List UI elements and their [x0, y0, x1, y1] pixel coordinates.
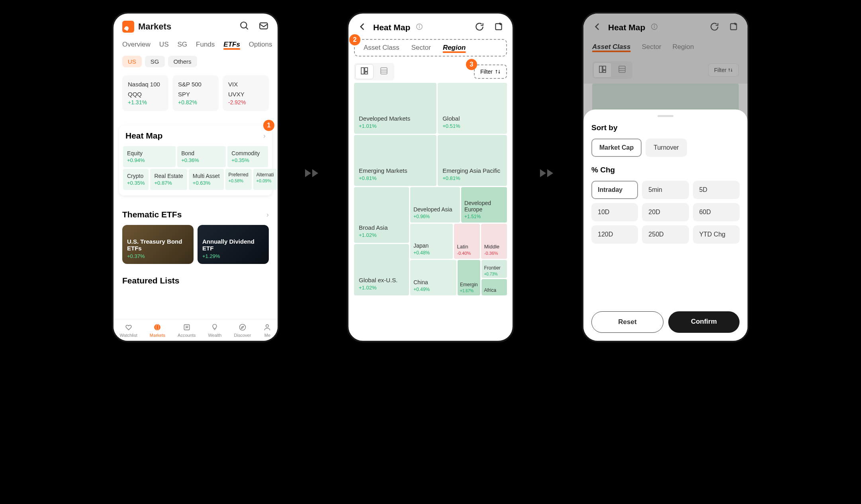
chg-250d[interactable]: 250D — [642, 225, 689, 244]
region-chips: US SG Others — [113, 53, 278, 70]
page-title: Heat Map — [373, 23, 410, 32]
tab-overview[interactable]: Overview — [122, 41, 151, 49]
nav-markets[interactable]: Markets — [150, 323, 165, 338]
app-logo-icon — [122, 21, 134, 33]
nav-watchlist[interactable]: Watchlist — [120, 323, 137, 338]
chg-5min[interactable]: 5min — [642, 181, 689, 199]
page-title: Markets — [138, 21, 171, 32]
refresh-icon[interactable] — [474, 21, 485, 33]
chg-5d[interactable]: 5D — [693, 181, 740, 199]
svg-point-3 — [155, 324, 160, 330]
heatmap-cell[interactable]: Equity +0.94% — [123, 146, 176, 167]
chg-ytd[interactable]: YTD Chg — [693, 225, 740, 244]
treemap-cell[interactable]: Emerging Asia Pacific +0.81% — [438, 135, 507, 186]
svg-rect-2 — [260, 23, 268, 29]
index-ticker: QQQ — [128, 91, 163, 98]
nav-wealth[interactable]: Wealth — [208, 323, 221, 338]
thematic-header[interactable]: Thematic ETFs › — [113, 201, 278, 225]
index-change: +1.31% — [128, 99, 163, 105]
tab-us[interactable]: US — [159, 41, 169, 49]
heatmap-cell[interactable]: Bond +0.36% — [177, 146, 226, 167]
chip-us[interactable]: US — [122, 56, 142, 67]
treemap-cell[interactable]: Developed Markets +1.01% — [354, 83, 436, 134]
search-icon[interactable] — [239, 21, 250, 33]
treemap-cell[interactable]: Developed Asia +0.96% — [410, 187, 460, 223]
treemap-cell[interactable]: China +0.49% — [410, 260, 456, 295]
share-icon[interactable] — [493, 21, 504, 33]
chevron-right-icon: › — [263, 132, 266, 140]
treemap-cell[interactable]: Latin -0.40% — [454, 224, 480, 259]
svg-rect-14 — [365, 72, 368, 74]
svg-rect-12 — [361, 68, 364, 74]
svg-line-1 — [246, 27, 248, 29]
chip-others[interactable]: Others — [168, 56, 197, 67]
heatmap-cell[interactable]: Crypto +0.35% — [123, 169, 149, 190]
sheet-drag-handle[interactable] — [657, 115, 673, 117]
heatmap-cell[interactable]: Preferred +0.58% — [225, 169, 252, 190]
heatmap-cell[interactable]: Multi Asset +0.63% — [189, 169, 224, 190]
treemap-cell[interactable]: Emerging Markets +0.81% — [354, 135, 436, 186]
treemap-cell[interactable]: Middle -0.36% — [481, 224, 507, 259]
tab-options[interactable]: Options — [249, 41, 272, 49]
heatmap-tabs: 2 Asset Class Sector Region — [354, 39, 507, 57]
thematic-card[interactable]: Annually Dividend ETF +1.29% — [198, 225, 269, 264]
treemap-cell[interactable]: Broad Asia +1.02% — [354, 187, 409, 243]
category-tabs: Overview US SG Funds ETFs Options JP — [113, 37, 278, 53]
mail-icon[interactable] — [258, 21, 269, 33]
callout-3: 3 — [466, 59, 477, 70]
heatmap-cell[interactable]: Commodity +0.35% — [227, 146, 268, 167]
heatmap-cell[interactable]: Real Estate +0.87% — [150, 169, 187, 190]
thematic-card[interactable]: U.S. Treasury Bond ETFs +0.37% — [122, 225, 194, 264]
treemap-cell[interactable]: Global +0.51% — [438, 83, 507, 134]
sort-market-cap[interactable]: Market Cap — [591, 139, 642, 157]
heatmap-cell[interactable]: Alternati +0.09% — [253, 169, 277, 190]
chg-10d[interactable]: 10D — [591, 203, 638, 221]
treemap-view-icon[interactable] — [355, 64, 374, 79]
treemap-cell[interactable]: Emergin +1.67% — [458, 260, 480, 295]
toolbar: 3 Filter — [348, 58, 513, 83]
treemap-cell[interactable]: Global ex-U.S. +1.02% — [354, 244, 409, 295]
index-ticker: UVXY — [228, 91, 263, 98]
treemap-cell[interactable]: Africa — [481, 279, 507, 295]
index-name: S&P 500 — [178, 81, 213, 88]
info-icon[interactable] — [416, 23, 423, 32]
chip-sg[interactable]: SG — [145, 56, 165, 67]
svg-rect-15 — [381, 68, 387, 74]
treemap-cell[interactable]: Developed Europe +1.51% — [461, 187, 507, 223]
filter-sheet: Sort by Market Cap Turnover % Chg Intrad… — [583, 109, 748, 341]
index-cards: Nasdaq 100 QQQ +1.31% S&P 500 SPY +0.82%… — [113, 70, 278, 116]
chg-60d[interactable]: 60D — [693, 203, 740, 221]
tab-sg[interactable]: SG — [177, 41, 187, 49]
index-card[interactable]: Nasdaq 100 QQQ +1.31% — [122, 75, 168, 111]
featured-header[interactable]: Featured Lists — [113, 264, 278, 289]
tab-sector[interactable]: Sector — [411, 44, 431, 52]
chg-20d[interactable]: 20D — [642, 203, 689, 221]
filter-button[interactable]: Filter — [474, 64, 507, 79]
tab-region[interactable]: Region — [443, 44, 466, 52]
tab-funds[interactable]: Funds — [196, 41, 215, 49]
sort-turnover[interactable]: Turnover — [646, 139, 687, 157]
nav-me[interactable]: Me — [263, 323, 271, 338]
index-card[interactable]: S&P 500 SPY +0.82% — [172, 75, 219, 111]
chg-120d[interactable]: 120D — [591, 225, 638, 244]
treemap-cell[interactable]: Frontier +0.73% — [481, 260, 507, 277]
tab-asset-class[interactable]: Asset Class — [364, 44, 399, 52]
treemap: Developed Markets +1.01% Global +0.51% E… — [348, 83, 513, 295]
nav-discover[interactable]: Discover — [234, 323, 251, 338]
svg-point-10 — [419, 25, 420, 25]
arrow-right-icon — [303, 163, 323, 183]
chg-intraday[interactable]: Intraday — [591, 181, 638, 199]
heatmap-section[interactable]: 1 Heat Map › Equity +0.94% Bond +0.36% — [119, 125, 272, 195]
index-card[interactable]: VIX UVXY -2.92% — [223, 75, 269, 111]
back-icon[interactable] — [357, 21, 368, 33]
tab-etfs[interactable]: ETFs — [223, 41, 240, 49]
reset-button[interactable]: Reset — [591, 311, 663, 333]
chevron-right-icon: › — [266, 211, 269, 219]
list-view-icon[interactable] — [375, 64, 393, 79]
nav-accounts[interactable]: Accounts — [178, 323, 196, 338]
sort-by-title: Sort by — [591, 123, 740, 132]
index-change: -2.92% — [228, 99, 263, 105]
confirm-button[interactable]: Confirm — [668, 311, 740, 333]
treemap-cell[interactable]: Japan +0.48% — [410, 224, 452, 259]
index-ticker: SPY — [178, 91, 213, 98]
